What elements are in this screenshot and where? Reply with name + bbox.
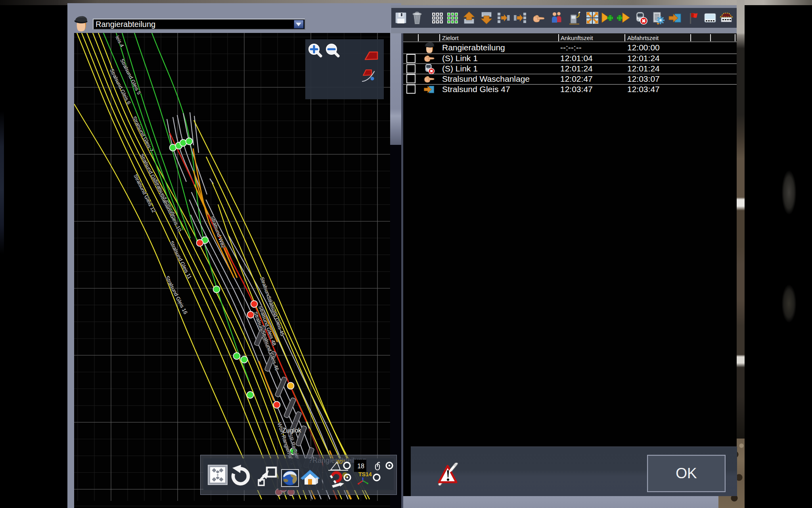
svg-text:Zuglok: Zuglok (282, 427, 302, 434)
svg-text:TS14: TS14 (358, 471, 372, 477)
svg-text:Stralsund Gleis 16: Stralsund Gleis 16 (164, 275, 189, 315)
svg-text:18: 18 (357, 463, 364, 470)
svg-text:Stralsund Gleis 11: Stralsund Gleis 11 (169, 240, 193, 280)
